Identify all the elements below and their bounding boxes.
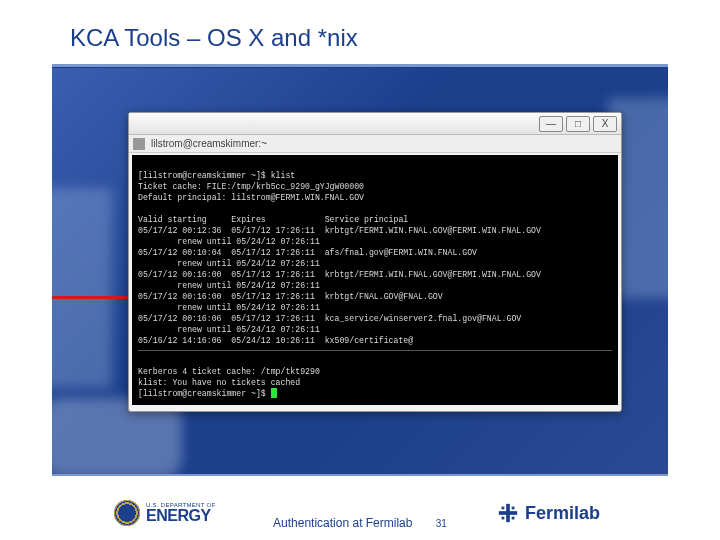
close-button[interactable]: X	[593, 116, 617, 132]
terminal-line: Kerberos 4 ticket cache: /tmp/tkt9290	[138, 367, 320, 376]
terminal-line: Valid starting Expires Service principal	[138, 215, 408, 224]
terminal-tabbar: lilstrom@creamskimmer:~	[129, 135, 621, 153]
fermilab-mark-icon	[497, 502, 519, 524]
slide-footer: U.S. DEPARTMENT OF ENERGY Authentication…	[52, 474, 668, 540]
terminal-line: 05/17/12 00:10:04 05/17/12 17:26:11 afs/…	[138, 248, 477, 257]
terminal-line: 05/16/12 14:16:06 05/24/12 10:26:11 kx50…	[138, 336, 413, 345]
callout-line	[52, 296, 128, 299]
terminal-line: renew until 05/24/12 07:26:11	[138, 281, 320, 290]
terminal-window: — □ X lilstrom@creamskimmer:~ [lilstrom@…	[128, 112, 622, 412]
minimize-button[interactable]: —	[539, 116, 563, 132]
terminal-tab-label: lilstrom@creamskimmer:~	[151, 138, 267, 149]
terminal-line: 05/17/12 00:16:00 05/17/12 17:26:11 krbt…	[138, 270, 541, 279]
page-number: 31	[436, 518, 447, 529]
slide-title: KCA Tools – OS X and *nix	[70, 24, 358, 52]
terminal-line: 05/17/12 00:12:36 05/17/12 17:26:11 krbt…	[138, 226, 541, 235]
terminal-icon	[133, 138, 145, 150]
terminal-line: [lilstrom@creamskimmer ~]$	[138, 389, 271, 398]
terminal-line: Ticket cache: FILE:/tmp/krb5cc_9290_gYJg…	[138, 182, 364, 191]
window-titlebar: — □ X	[129, 113, 621, 135]
svg-rect-2	[502, 507, 505, 510]
terminal-line: [lilstrom@creamskimmer ~]$ klist	[138, 171, 295, 180]
svg-rect-3	[512, 507, 515, 510]
terminal-line: renew until 05/24/12 07:26:11	[138, 237, 320, 246]
terminal-output: [lilstrom@creamskimmer ~]$ klist Ticket …	[132, 155, 618, 405]
terminal-divider	[138, 350, 612, 351]
svg-rect-4	[502, 517, 505, 520]
terminal-line: klist: You have no tickets cached	[138, 378, 300, 387]
terminal-line: 05/17/12 00:16:06 05/17/12 17:26:11 kca_…	[138, 314, 521, 323]
terminal-line: renew until 05/24/12 07:26:11	[138, 259, 320, 268]
maximize-button[interactable]: □	[566, 116, 590, 132]
terminal-cursor	[271, 388, 277, 398]
terminal-line: 05/17/12 00:16:00 05/17/12 17:26:11 krbt…	[138, 292, 443, 301]
fermilab-logo: Fermilab	[497, 502, 600, 524]
svg-rect-1	[499, 511, 517, 515]
terminal-line: renew until 05/24/12 07:26:11	[138, 303, 320, 312]
fermilab-logo-text: Fermilab	[525, 503, 600, 524]
svg-rect-5	[512, 517, 515, 520]
terminal-line: renew until 05/24/12 07:26:11	[138, 325, 320, 334]
footer-caption: Authentication at Fermilab	[273, 516, 412, 530]
terminal-line: Default principal: lilstrom@FERMI.WIN.FN…	[138, 193, 364, 202]
